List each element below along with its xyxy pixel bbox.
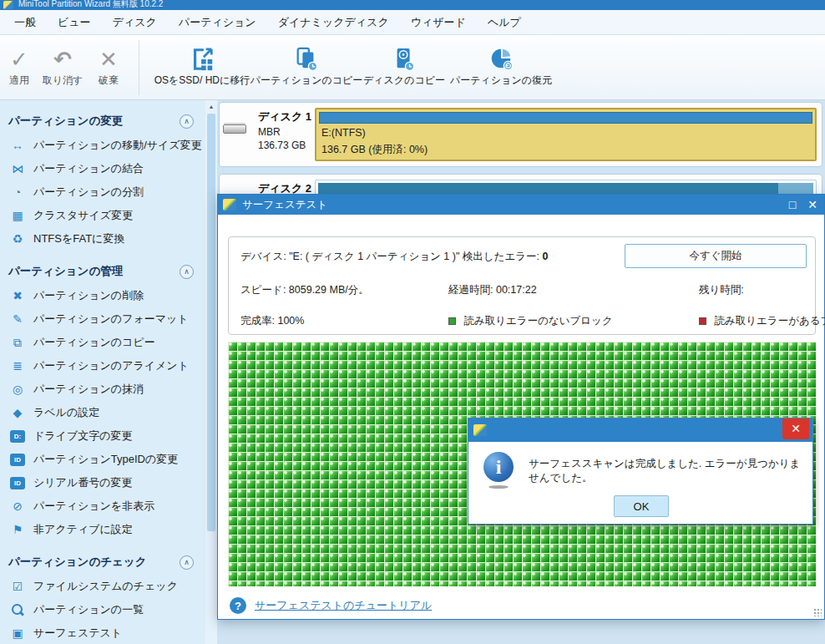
app-logo-icon — [3, 1, 13, 9]
change-drive-letter-icon: D: — [10, 430, 25, 443]
sidebar-item[interactable]: ✖ パーティションの削除 — [0, 284, 205, 307]
check-filesystem-icon: ☑ — [10, 580, 25, 594]
menu-item[interactable]: ビュー — [47, 15, 102, 30]
collapse-chevron-icon[interactable]: ∧ — [180, 265, 194, 279]
close-icon[interactable]: ✕ — [782, 418, 809, 439]
close-icon[interactable]: ✕ — [807, 195, 817, 215]
sidebar-item[interactable]: ID シリアル番号の変更 — [0, 471, 205, 494]
section-header-check[interactable]: パーティションのチェック ∧ — [0, 548, 205, 575]
start-now-button[interactable]: 今すぐ開始 — [625, 244, 807, 268]
sidebar-item[interactable]: ◎ パーティションの抹消 — [0, 378, 205, 401]
minitool-logo-icon — [473, 424, 487, 436]
sidebar-item[interactable]: ⚑ 非アクティブに設定 — [0, 518, 205, 541]
disk1-name: ディスク 1 — [258, 109, 315, 124]
split-partition-icon: ◔ — [10, 185, 25, 200]
scrollbar-thumb[interactable] — [207, 114, 215, 531]
green-block-legend-icon — [448, 317, 456, 325]
toolbar: ✓ 適用 ↶ 取り消す ✕ 破棄 OSをSSD/ HDに移行 — [0, 35, 825, 100]
device-value: "E: ( ディスク 1 パーティション 1 )" — [289, 251, 459, 262]
section-check-partition: パーティションのチェック ∧ ☑ ファイルシステムのチェック パーティションの一… — [0, 541, 205, 644]
sidebar-item[interactable]: ◆ ラベルの設定 — [0, 401, 205, 424]
partition-info: 136.7 GB (使用済: 0%) — [321, 143, 428, 157]
menu-item[interactable]: ウィザード — [400, 15, 477, 30]
toolbar-separator — [139, 40, 139, 95]
sidebar-item[interactable]: ☑ ファイルシステムのチェック — [0, 575, 205, 598]
discard-button[interactable]: ✕ 破棄 — [87, 38, 130, 97]
minitool-partition-wizard-window: MiniTool Partition Wizard 無料版 10.2.2 一般ビ… — [0, 0, 825, 644]
device-label: デバイス: — [240, 251, 286, 262]
disk1-type: MBR — [258, 126, 315, 138]
maximize-icon[interactable]: □ — [789, 195, 796, 215]
align-partition-icon: ≣ — [10, 359, 25, 373]
menu-bar: 一般ビューディスクパーティションダイナミックディスクウィザードヘルプ — [0, 10, 825, 35]
sidebar-item[interactable]: ⧉ パーティションのコピー — [0, 331, 205, 354]
section-header-change[interactable]: パーティションの変更 ∧ — [0, 107, 205, 134]
copy-disk-button[interactable]: ディスクのコピー — [360, 38, 448, 97]
apply-button[interactable]: ✓ 適用 — [0, 38, 38, 97]
copy-partition-icon: ⧉ — [10, 336, 25, 350]
messagebox-titlebar — [468, 418, 812, 442]
used-space-bar — [319, 112, 812, 124]
sidebar-item[interactable]: パーティションの一覧 — [0, 598, 205, 621]
resize-grip[interactable] — [813, 608, 822, 616]
collapse-chevron-icon[interactable]: ∧ — [180, 555, 194, 570]
explore-partition-icon — [10, 603, 25, 617]
sidebar-item[interactable]: ID パーティションTypeIDの変更 — [0, 448, 205, 471]
sidebar-item[interactable]: ▣ サーフェステスト — [0, 621, 205, 644]
disk1-panel[interactable]: ディスク 1 MBR 136.73 GB E:(NTFS) 136.7 GB (… — [219, 102, 822, 167]
section-manage-partition: パーティションの管理 ∧ ✖ パーティションの削除 ✎ パーティションのフォーマ… — [0, 251, 205, 541]
delete-partition-icon: ✖ — [10, 289, 25, 303]
scroll-up-arrow-icon[interactable]: ▲ — [205, 102, 217, 112]
partition-label: E:(NTFS) — [321, 127, 366, 139]
sidebar-item[interactable]: ✎ パーティションのフォーマット — [0, 307, 205, 331]
sidebar-item[interactable]: ↔ パーティションの移動/サイズ変更 — [0, 134, 205, 157]
collapse-chevron-icon[interactable]: ∧ — [180, 114, 194, 129]
merge-partition-icon: ⋈ — [10, 162, 25, 176]
dialog-titlebar: サーフェステスト □ ✕ — [218, 195, 824, 215]
disk1-partition-e[interactable]: E:(NTFS) 136.7 GB (使用済: 0%) — [315, 108, 817, 161]
sidebar-item[interactable]: ⊘ パーティションを非表示 — [0, 494, 205, 518]
format-partition-icon: ✎ — [10, 312, 25, 327]
menu-item[interactable]: ディスク — [102, 15, 168, 30]
info-icon-shadow — [488, 485, 509, 489]
completion-value: 100% — [277, 315, 304, 327]
section-header-manage[interactable]: パーティションの管理 ∧ — [0, 257, 205, 284]
red-block-legend-icon — [699, 317, 706, 325]
migrate-os-button[interactable]: OSをSSD/ HDに移行 — [151, 38, 253, 97]
sidebar-item[interactable]: ◔ パーティションの分割 — [0, 180, 205, 204]
recover-partition-button[interactable]: パーティションの復元 — [448, 38, 554, 97]
scan-stats-panel: デバイス: "E: ( ディスク 1 パーティション 1 )" 検出したエラー:… — [228, 236, 816, 335]
sidebar-item[interactable]: D: ドライブ文字の変更 — [0, 424, 205, 448]
menu-item[interactable]: パーティション — [168, 15, 267, 30]
sidebar-item[interactable]: ⋈ パーティションの結合 — [0, 157, 205, 180]
sidebar-scrollbar[interactable]: ▲ — [205, 100, 217, 644]
info-icon: i — [483, 452, 514, 482]
menu-item[interactable]: ダイナミックディスク — [267, 15, 400, 30]
section-change-partition: パーティションの変更 ∧ ↔ パーティションの移動/サイズ変更 ⋈ パーティショ… — [0, 100, 205, 251]
sidebar-item[interactable]: ≣ パーティションのアライメント — [0, 354, 205, 378]
cluster-size-icon: ▦ — [10, 209, 25, 223]
wipe-partition-icon: ◎ — [10, 383, 25, 397]
tutorial-link[interactable]: サーフェステストのチュートリアル — [255, 598, 432, 613]
menu-item[interactable]: ヘルプ — [477, 15, 532, 30]
undo-button[interactable]: ↶ 取り消す — [38, 38, 87, 97]
window-title: MiniTool Partition Wizard 無料版 10.2.2 — [18, 0, 163, 10]
errors-value: 0 — [542, 251, 548, 262]
discard-x-icon: ✕ — [99, 47, 118, 72]
surface-test-dialog: サーフェステスト □ ✕ デバイス: "E: ( ディスク 1 パーティション … — [217, 194, 825, 620]
scan-complete-messagebox: ✕ i サーフェススキャンは完成しました. エラーが見つかりませんでした。 OK — [468, 418, 813, 525]
minitool-logo-icon — [223, 199, 236, 210]
ok-button[interactable]: OK — [614, 495, 669, 517]
disk1-size: 136.73 GB — [258, 139, 315, 151]
menu-item[interactable]: 一般 — [3, 15, 47, 30]
copy-partition-button[interactable]: パーティションのコピー — [253, 38, 360, 97]
sidebar: パーティションの変更 ∧ ↔ パーティションの移動/サイズ変更 ⋈ パーティショ… — [0, 100, 205, 644]
move-resize-partition-icon: ↔ — [10, 139, 25, 153]
sidebar-item[interactable]: ♻ NTFSをFATに変換 — [0, 227, 205, 251]
remaining-label: 残り時間: — [699, 283, 744, 297]
set-inactive-icon: ⚑ — [10, 523, 25, 537]
window-titlebar: MiniTool Partition Wizard 無料版 10.2.2 — [0, 0, 825, 10]
copy-disk-icon — [392, 47, 417, 72]
elapsed-value: 00:17:22 — [496, 284, 537, 296]
sidebar-item[interactable]: ▦ クラスタサイズ変更 — [0, 204, 205, 227]
